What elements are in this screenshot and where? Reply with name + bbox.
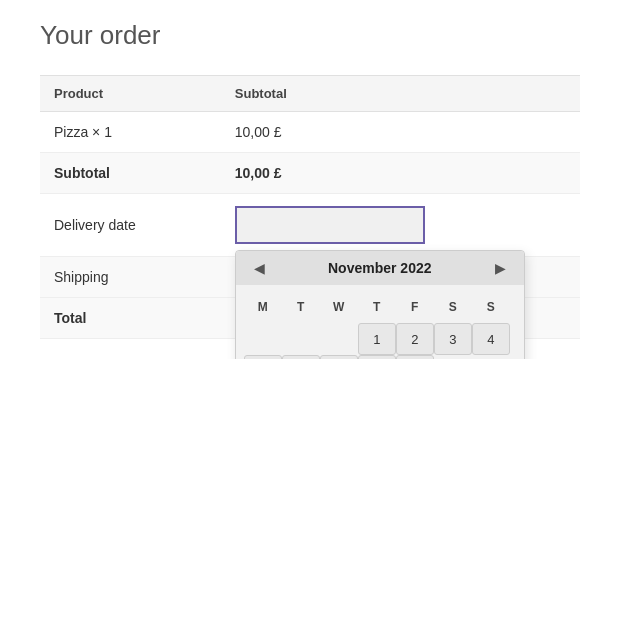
day-header-mon: M (244, 291, 282, 323)
calendar-month-year: November 2022 (328, 260, 432, 276)
day-header-tue: T (282, 291, 320, 323)
calendar-day-headers: M T W T F S S (244, 291, 516, 323)
day-header-sun: S (472, 291, 510, 323)
calendar-popup: ◀ November 2022 ▶ M T W T F (235, 250, 525, 359)
cal-day-4[interactable]: 4 (472, 323, 510, 355)
calendar-header: ◀ November 2022 ▶ (236, 251, 524, 285)
product-label: Pizza × 1 (40, 112, 221, 153)
day-header-thu: T (358, 291, 396, 323)
calendar-wrapper: ◀ November 2022 ▶ M T W T F (235, 206, 566, 244)
calendar-next-button[interactable]: ▶ (489, 259, 512, 277)
cal-day-8[interactable]: 8 (282, 355, 320, 359)
subtotal-value: 10,00 £ (221, 153, 580, 194)
calendar-week-1: 1 2 3 4 (244, 323, 516, 355)
page-title: Your order (40, 20, 582, 51)
cal-day-7[interactable]: 7 (244, 355, 282, 359)
subtotal-label: Subtotal (40, 153, 221, 194)
shipping-label: Shipping (40, 257, 221, 298)
cal-day-10[interactable]: 10 (358, 355, 396, 359)
calendar-prev-button[interactable]: ◀ (248, 259, 271, 277)
col2-header: Subtotal (221, 76, 580, 112)
cal-day-empty (320, 323, 358, 355)
day-header-sat: S (434, 291, 472, 323)
cal-day-empty (244, 323, 282, 355)
delivery-row: Delivery date ◀ November 2022 ▶ M (40, 194, 580, 257)
table-row: Subtotal 10,00 £ (40, 153, 580, 194)
total-label: Total (40, 298, 221, 339)
cal-day-3[interactable]: 3 (434, 323, 472, 355)
cal-day-12: 12 (434, 355, 472, 359)
table-row: Pizza × 1 10,00 £ (40, 112, 580, 153)
delivery-cell: ◀ November 2022 ▶ M T W T F (221, 194, 580, 257)
cal-day-9[interactable]: 9 (320, 355, 358, 359)
cal-day-13: 13 (472, 355, 510, 359)
day-header-fri: F (396, 291, 434, 323)
cal-day-empty (282, 323, 320, 355)
cal-day-11[interactable]: 11 (396, 355, 434, 359)
calendar-grid: M T W T F S S (236, 285, 524, 359)
col1-header: Product (40, 76, 221, 112)
product-value: 10,00 £ (221, 112, 580, 153)
day-header-wed: W (320, 291, 358, 323)
order-table: Product Subtotal Pizza × 1 10,00 £ Subto… (40, 75, 580, 339)
cal-day-2[interactable]: 2 (396, 323, 434, 355)
delivery-date-input[interactable] (235, 206, 425, 244)
calendar-week-2: 7 8 9 10 11 12 13 (244, 355, 516, 359)
cal-day-1[interactable]: 1 (358, 323, 396, 355)
delivery-label: Delivery date (40, 194, 221, 257)
